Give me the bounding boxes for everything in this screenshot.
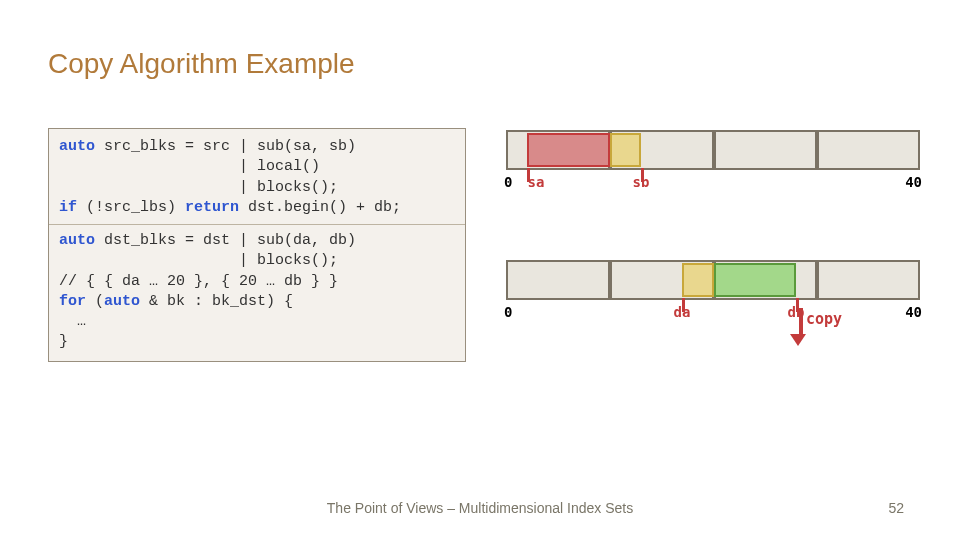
src-track: sa sb 0 40 [506,130,920,170]
kw-if: if [59,199,77,216]
label-da: da [674,304,691,320]
cell [506,260,610,300]
kw-auto: auto [104,293,140,310]
dst-track: da db 0 40 [506,260,920,300]
diagram: sa sb 0 40 copy da db 0 40 [506,130,920,210]
footer-text: The Point of Views – Multidimensional In… [0,500,960,516]
label-end: 40 [905,304,922,320]
label-zero: 0 [504,174,512,190]
kw-auto: auto [59,232,95,249]
code-line: | local() [59,158,320,175]
label-sa: sa [528,174,545,190]
code-block: auto src_blks = src | sub(sa, sb) | loca… [48,128,466,362]
slide-title: Copy Algorithm Example [48,48,355,80]
code-line: | blocks(); [59,179,338,196]
range-split-db [714,263,796,297]
cell [817,260,920,300]
kw-auto: auto [59,138,95,155]
label-sb: sb [633,174,650,190]
label-end: 40 [905,174,922,190]
code-line: dst_blks = dst | sub(da, db) [95,232,356,249]
code-line: // { { da … 20 }, { 20 … db } } [59,273,338,290]
code-line: src_blks = src | sub(sa, sb) [95,138,356,155]
cell [817,130,920,170]
kw-for: for [59,293,86,310]
code-line: & bk : bk_dst) { [140,293,293,310]
slide: Copy Algorithm Example auto src_blks = s… [0,0,960,540]
range-sa-split [527,133,610,167]
code-line: ( [86,293,104,310]
range-split-sb [610,133,641,167]
label-db: db [788,304,805,320]
cell [714,130,817,170]
code-line: | blocks(); [59,252,338,269]
page-number: 52 [888,500,904,516]
code-line: } [59,333,68,350]
code-separator [49,224,465,225]
range-da-split [682,263,714,297]
code-line: dst.begin() + db; [239,199,401,216]
label-zero: 0 [504,304,512,320]
copy-label: copy [806,310,842,328]
code-line: (!src_lbs) [77,199,185,216]
kw-return: return [185,199,239,216]
code-line: … [59,313,86,330]
